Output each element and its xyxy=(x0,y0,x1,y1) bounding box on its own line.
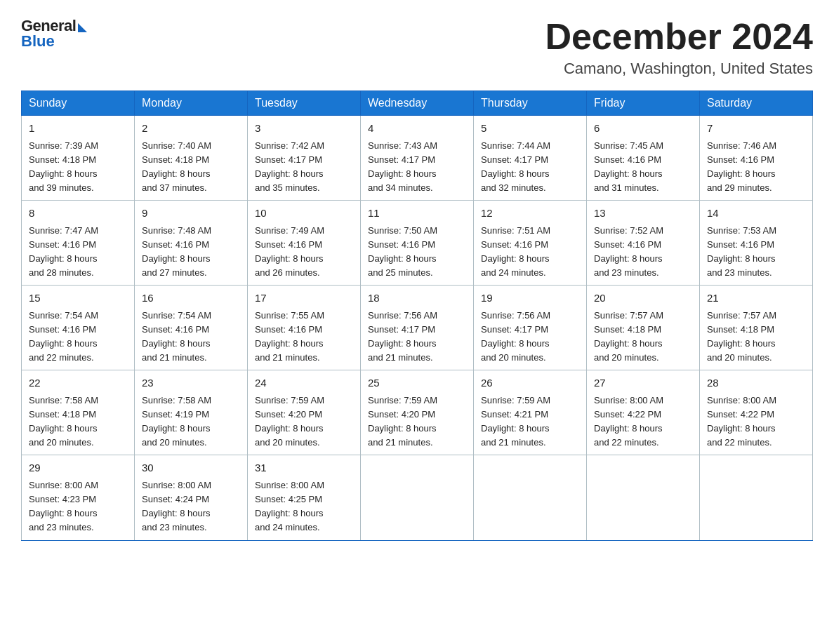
weekday-header-wednesday: Wednesday xyxy=(361,91,474,116)
calendar-cell: 3Sunrise: 7:42 AMSunset: 4:17 PMDaylight… xyxy=(248,116,361,201)
calendar-cell: 14Sunrise: 7:53 AMSunset: 4:16 PMDayligh… xyxy=(700,201,813,286)
weekday-header-row: SundayMondayTuesdayWednesdayThursdayFrid… xyxy=(22,91,813,116)
day-info: Sunrise: 7:56 AMSunset: 4:17 PMDaylight:… xyxy=(481,309,579,365)
calendar-cell: 22Sunrise: 7:58 AMSunset: 4:18 PMDayligh… xyxy=(22,370,135,455)
day-number: 27 xyxy=(594,375,692,391)
day-number: 15 xyxy=(29,290,127,307)
day-number: 3 xyxy=(255,121,353,137)
calendar-cell: 21Sunrise: 7:57 AMSunset: 4:18 PMDayligh… xyxy=(700,286,813,370)
day-number: 8 xyxy=(29,206,127,222)
day-info: Sunrise: 7:59 AMSunset: 4:20 PMDaylight:… xyxy=(255,394,353,450)
day-info: Sunrise: 7:58 AMSunset: 4:18 PMDaylight:… xyxy=(29,394,127,450)
calendar-cell: 18Sunrise: 7:56 AMSunset: 4:17 PMDayligh… xyxy=(361,286,474,370)
calendar-cell: 25Sunrise: 7:59 AMSunset: 4:20 PMDayligh… xyxy=(361,370,474,455)
calendar-cell: 16Sunrise: 7:54 AMSunset: 4:16 PMDayligh… xyxy=(135,286,248,370)
weekday-header-thursday: Thursday xyxy=(474,91,587,116)
location-title: Camano, Washington, United States xyxy=(545,60,813,78)
calendar-cell: 17Sunrise: 7:55 AMSunset: 4:16 PMDayligh… xyxy=(248,286,361,370)
day-number: 11 xyxy=(368,206,466,222)
weekday-header-saturday: Saturday xyxy=(700,91,813,116)
calendar-cell: 4Sunrise: 7:43 AMSunset: 4:17 PMDaylight… xyxy=(361,116,474,201)
calendar-cell xyxy=(700,455,813,540)
calendar-cell: 10Sunrise: 7:49 AMSunset: 4:16 PMDayligh… xyxy=(248,201,361,286)
day-info: Sunrise: 7:55 AMSunset: 4:16 PMDaylight:… xyxy=(255,309,353,365)
day-info: Sunrise: 8:00 AMSunset: 4:23 PMDaylight:… xyxy=(29,478,127,535)
calendar-week-row-1: 1Sunrise: 7:39 AMSunset: 4:18 PMDaylight… xyxy=(22,116,813,201)
header: General Blue December 2024 Camano, Washi… xyxy=(21,17,813,78)
calendar-cell: 13Sunrise: 7:52 AMSunset: 4:16 PMDayligh… xyxy=(587,201,700,286)
day-info: Sunrise: 7:57 AMSunset: 4:18 PMDaylight:… xyxy=(594,309,692,365)
day-info: Sunrise: 7:58 AMSunset: 4:19 PMDaylight:… xyxy=(142,394,240,450)
day-info: Sunrise: 7:54 AMSunset: 4:16 PMDaylight:… xyxy=(29,309,127,365)
day-info: Sunrise: 7:51 AMSunset: 4:16 PMDaylight:… xyxy=(481,224,579,281)
day-info: Sunrise: 7:57 AMSunset: 4:18 PMDaylight:… xyxy=(707,309,805,365)
calendar-cell: 23Sunrise: 7:58 AMSunset: 4:19 PMDayligh… xyxy=(135,370,248,455)
calendar-week-row-3: 15Sunrise: 7:54 AMSunset: 4:16 PMDayligh… xyxy=(22,286,813,370)
logo-arrow-icon xyxy=(78,23,87,32)
calendar-cell: 5Sunrise: 7:44 AMSunset: 4:17 PMDaylight… xyxy=(474,116,587,201)
calendar-week-row-4: 22Sunrise: 7:58 AMSunset: 4:18 PMDayligh… xyxy=(22,370,813,455)
day-number: 18 xyxy=(368,290,466,307)
calendar-cell xyxy=(587,455,700,540)
day-number: 12 xyxy=(481,206,579,222)
calendar-cell: 28Sunrise: 8:00 AMSunset: 4:22 PMDayligh… xyxy=(700,370,813,455)
day-number: 4 xyxy=(368,121,466,137)
day-info: Sunrise: 7:59 AMSunset: 4:21 PMDaylight:… xyxy=(481,394,579,450)
calendar-cell: 26Sunrise: 7:59 AMSunset: 4:21 PMDayligh… xyxy=(474,370,587,455)
calendar-cell: 29Sunrise: 8:00 AMSunset: 4:23 PMDayligh… xyxy=(22,455,135,540)
title-area: December 2024 Camano, Washington, United… xyxy=(545,17,813,78)
weekday-header-friday: Friday xyxy=(587,91,700,116)
calendar-cell: 7Sunrise: 7:46 AMSunset: 4:16 PMDaylight… xyxy=(700,116,813,201)
calendar-cell: 8Sunrise: 7:47 AMSunset: 4:16 PMDaylight… xyxy=(22,201,135,286)
day-info: Sunrise: 7:48 AMSunset: 4:16 PMDaylight:… xyxy=(142,224,240,281)
day-number: 13 xyxy=(594,206,692,222)
logo: General Blue xyxy=(21,17,87,51)
calendar-cell: 11Sunrise: 7:50 AMSunset: 4:16 PMDayligh… xyxy=(361,201,474,286)
month-title: December 2024 xyxy=(545,17,813,57)
day-number: 17 xyxy=(255,290,353,307)
day-info: Sunrise: 7:54 AMSunset: 4:16 PMDaylight:… xyxy=(142,309,240,365)
day-number: 1 xyxy=(29,121,127,137)
day-number: 7 xyxy=(707,121,805,137)
day-number: 21 xyxy=(707,290,805,307)
calendar-cell: 27Sunrise: 8:00 AMSunset: 4:22 PMDayligh… xyxy=(587,370,700,455)
day-info: Sunrise: 7:46 AMSunset: 4:16 PMDaylight:… xyxy=(707,139,805,196)
calendar-cell: 24Sunrise: 7:59 AMSunset: 4:20 PMDayligh… xyxy=(248,370,361,455)
calendar-cell: 31Sunrise: 8:00 AMSunset: 4:25 PMDayligh… xyxy=(248,455,361,540)
day-info: Sunrise: 7:59 AMSunset: 4:20 PMDaylight:… xyxy=(368,394,466,450)
day-number: 16 xyxy=(142,290,240,307)
day-info: Sunrise: 7:53 AMSunset: 4:16 PMDaylight:… xyxy=(707,224,805,281)
day-number: 19 xyxy=(481,290,579,307)
calendar-cell: 19Sunrise: 7:56 AMSunset: 4:17 PMDayligh… xyxy=(474,286,587,370)
day-number: 26 xyxy=(481,375,579,391)
day-info: Sunrise: 7:44 AMSunset: 4:17 PMDaylight:… xyxy=(481,139,579,196)
calendar-cell: 9Sunrise: 7:48 AMSunset: 4:16 PMDaylight… xyxy=(135,201,248,286)
calendar-cell: 6Sunrise: 7:45 AMSunset: 4:16 PMDaylight… xyxy=(587,116,700,201)
day-info: Sunrise: 7:52 AMSunset: 4:16 PMDaylight:… xyxy=(594,224,692,281)
calendar-week-row-5: 29Sunrise: 8:00 AMSunset: 4:23 PMDayligh… xyxy=(22,455,813,540)
day-info: Sunrise: 7:50 AMSunset: 4:16 PMDaylight:… xyxy=(368,224,466,281)
day-info: Sunrise: 7:47 AMSunset: 4:16 PMDaylight:… xyxy=(29,224,127,281)
weekday-header-tuesday: Tuesday xyxy=(248,91,361,116)
logo-blue-text: Blue xyxy=(21,32,55,51)
day-info: Sunrise: 7:43 AMSunset: 4:17 PMDaylight:… xyxy=(368,139,466,196)
day-number: 22 xyxy=(29,375,127,391)
calendar-cell: 12Sunrise: 7:51 AMSunset: 4:16 PMDayligh… xyxy=(474,201,587,286)
day-number: 28 xyxy=(707,375,805,391)
calendar-cell: 1Sunrise: 7:39 AMSunset: 4:18 PMDaylight… xyxy=(22,116,135,201)
calendar-cell: 20Sunrise: 7:57 AMSunset: 4:18 PMDayligh… xyxy=(587,286,700,370)
day-info: Sunrise: 8:00 AMSunset: 4:22 PMDaylight:… xyxy=(594,394,692,450)
day-number: 2 xyxy=(142,121,240,137)
calendar-table: SundayMondayTuesdayWednesdayThursdayFrid… xyxy=(21,90,813,540)
day-info: Sunrise: 7:49 AMSunset: 4:16 PMDaylight:… xyxy=(255,224,353,281)
calendar-cell: 2Sunrise: 7:40 AMSunset: 4:18 PMDaylight… xyxy=(135,116,248,201)
day-info: Sunrise: 7:56 AMSunset: 4:17 PMDaylight:… xyxy=(368,309,466,365)
day-info: Sunrise: 7:42 AMSunset: 4:17 PMDaylight:… xyxy=(255,139,353,196)
day-info: Sunrise: 7:40 AMSunset: 4:18 PMDaylight:… xyxy=(142,139,240,196)
day-number: 23 xyxy=(142,375,240,391)
day-number: 14 xyxy=(707,206,805,222)
day-number: 25 xyxy=(368,375,466,391)
calendar-cell xyxy=(361,455,474,540)
day-number: 6 xyxy=(594,121,692,137)
day-number: 30 xyxy=(142,460,240,476)
